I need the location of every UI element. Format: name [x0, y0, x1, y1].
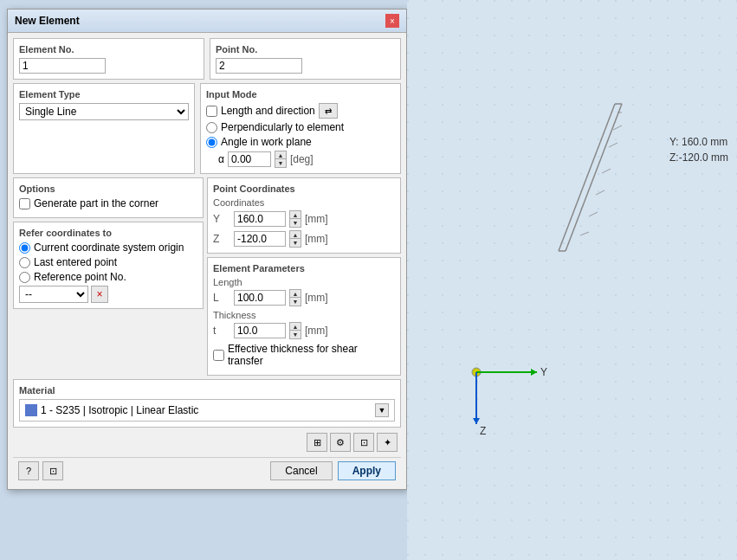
point-coords-section: Point Coordinates Coordinates Y ▲ ▼ [mm]…: [207, 177, 401, 254]
element-params-label: Element Parameters: [213, 263, 395, 274]
alpha-input[interactable]: [228, 151, 271, 167]
alpha-unit: [deg]: [290, 153, 314, 165]
toolbar-btn-3[interactable]: ⊡: [353, 433, 374, 452]
l-param-label: L: [213, 292, 230, 304]
l-spin-down[interactable]: ▼: [290, 298, 301, 306]
shear-checkbox[interactable]: [213, 350, 224, 361]
input-mode-label: Input Mode: [206, 89, 395, 100]
t-spin-down[interactable]: ▼: [290, 331, 301, 338]
last-point-radio[interactable]: [19, 257, 30, 268]
element-no-section: Element No.: [13, 38, 204, 80]
point-no-label: Point No.: [216, 44, 395, 55]
last-point-label: Last entered point: [34, 256, 117, 268]
y-coord-label: Y: [213, 213, 230, 225]
origin-radio[interactable]: [19, 242, 30, 254]
swap-button[interactable]: ⇄: [319, 103, 338, 119]
t-unit: [mm]: [305, 325, 328, 337]
point-no-section: Point No.: [210, 38, 401, 80]
element-no-input[interactable]: [19, 58, 106, 74]
material-section: Material 1 - S235 | Isotropic | Linear E…: [13, 379, 401, 428]
l-param-input[interactable]: [234, 290, 286, 306]
length-direction-label: Length and direction: [221, 105, 315, 117]
y-spinner[interactable]: ▲ ▼: [289, 210, 301, 228]
refer-coords-label: Refer coordinates to: [19, 228, 197, 238]
input-mode-section: Input Mode Length and direction ⇄ Perpen…: [200, 83, 401, 174]
type-mode-row: Element Type Single Line Cable Beam Inpu…: [13, 83, 401, 174]
canvas-svg: Y Z: [407, 0, 737, 560]
left-column: Options Generate part in the corner Refe…: [13, 177, 204, 376]
material-icon: [25, 404, 37, 416]
bottom-right-buttons: Cancel Apply: [270, 461, 396, 480]
options-label: Options: [19, 183, 197, 194]
length-direction-checkbox[interactable]: [206, 106, 217, 117]
y-coord-input[interactable]: [234, 211, 286, 227]
z-spin-up[interactable]: ▲: [290, 231, 301, 239]
bottom-toolbar: ? ⊡ Cancel Apply: [13, 457, 401, 484]
point-coords-label: Point Coordinates: [213, 183, 395, 194]
last-point-radio-row: Last entered point: [19, 256, 197, 268]
cancel-button[interactable]: Cancel: [270, 461, 332, 480]
perp-label: Perpendicularly to element: [221, 121, 344, 133]
toolbar-btn-2[interactable]: ⚙: [330, 433, 351, 452]
apply-button[interactable]: Apply: [338, 461, 396, 480]
help-button[interactable]: ?: [18, 461, 39, 480]
y-spin-up[interactable]: ▲: [290, 211, 301, 219]
delete-ref-button[interactable]: ×: [91, 286, 108, 303]
alpha-spinner[interactable]: ▲ ▼: [275, 151, 287, 168]
shear-label: Effective thickness for shear transfer: [228, 343, 395, 367]
l-unit: [mm]: [305, 292, 328, 304]
l-spinner[interactable]: ▲ ▼: [289, 289, 301, 306]
dialog-title: New Element: [15, 15, 80, 27]
alpha-row: α ▲ ▼ [deg]: [206, 151, 395, 168]
toolbar-btn-1[interactable]: ⊞: [307, 433, 327, 452]
alpha-spin-down[interactable]: ▼: [275, 159, 286, 167]
shear-checkbox-row: Effective thickness for shear transfer: [213, 343, 395, 367]
t-param-input[interactable]: [234, 323, 286, 338]
z-spin-down[interactable]: ▼: [290, 239, 301, 247]
dialog-body: Element No. Point No. Element Type Singl…: [8, 33, 406, 489]
grid-background: [407, 0, 737, 560]
toolbar-btn-4[interactable]: ✦: [377, 433, 398, 452]
t-spinner[interactable]: ▲ ▼: [289, 322, 301, 339]
new-element-dialog: New Element × Element No. Point No. Elem…: [7, 9, 407, 490]
ref-point-select[interactable]: --: [19, 286, 88, 303]
element-type-select[interactable]: Single Line Cable Beam: [19, 103, 189, 120]
close-button[interactable]: ×: [385, 14, 399, 28]
t-param-label: t: [213, 325, 230, 337]
dialog-titlebar: New Element ×: [8, 10, 406, 33]
perp-radio[interactable]: [206, 122, 217, 133]
z-coord-input[interactable]: [234, 231, 286, 247]
l-spin-up[interactable]: ▲: [290, 290, 301, 298]
canvas-area: Y: 160.0 mm Z:-120.0 mm: [407, 0, 737, 560]
options-refer-row: Options Generate part in the corner Refe…: [13, 177, 401, 376]
z-coord-label: Z: [213, 233, 230, 245]
t-param-row: t ▲ ▼ [mm]: [213, 322, 395, 339]
length-sublabel: Length: [213, 277, 395, 287]
material-dropdown-button[interactable]: ▼: [375, 403, 389, 417]
point-no-input[interactable]: [216, 58, 302, 74]
element-no-label: Element No.: [19, 44, 198, 55]
z-spinner[interactable]: ▲ ▼: [289, 230, 301, 248]
corner-label: Generate part in the corner: [34, 197, 158, 209]
y-coord-row: Y ▲ ▼ [mm]: [213, 210, 395, 228]
origin-radio-row: Current coordinate system origin: [19, 241, 197, 254]
corner-checkbox[interactable]: [19, 198, 30, 209]
screen-button[interactable]: ⊡: [42, 461, 63, 480]
origin-label: Current coordinate system origin: [34, 241, 184, 254]
y-unit: [mm]: [305, 213, 328, 225]
t-spin-up[interactable]: ▲: [290, 323, 301, 331]
y-spin-down[interactable]: ▼: [290, 219, 301, 227]
z-unit: [mm]: [305, 233, 328, 245]
material-label: Material: [19, 385, 395, 396]
perp-radio-row: Perpendicularly to element: [206, 121, 395, 133]
element-params-section: Element Parameters Length L ▲ ▼ [mm] Thi…: [207, 257, 401, 376]
alpha-spin-up[interactable]: ▲: [275, 151, 286, 159]
options-section: Options Generate part in the corner: [13, 177, 204, 218]
y-axis-label: Y: [540, 366, 547, 378]
angle-radio[interactable]: [206, 137, 217, 148]
ref-point-radio[interactable]: [19, 272, 30, 283]
coords-sublabel: Coordinates: [213, 197, 395, 208]
ref-point-radio-row: Reference point No.: [19, 271, 197, 283]
z-axis-label: Z: [480, 425, 486, 437]
ref-point-label: Reference point No.: [34, 271, 126, 283]
